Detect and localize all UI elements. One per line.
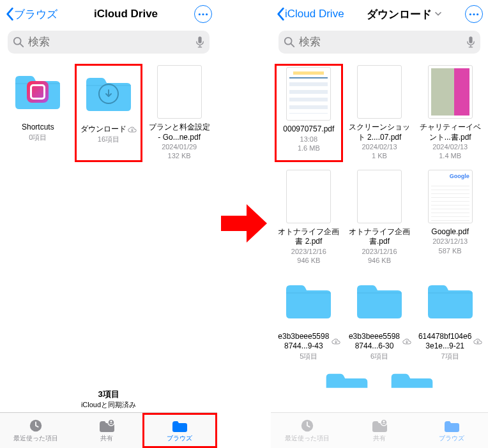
item-meta: 0項目 [29, 133, 47, 142]
item-meta: 6項目 [370, 352, 388, 361]
search-icon [13, 36, 24, 48]
shared-icon [371, 419, 388, 433]
file-item[interactable]: 614478bf104e63e1e...9-217項目 [416, 273, 484, 362]
back-label: ブラウズ [14, 7, 57, 22]
item-meta: 946 KB [368, 256, 391, 265]
item-meta: 7項目 [441, 352, 459, 361]
cloud-icon [332, 338, 340, 345]
file-item[interactable]: オトナライフ企画書 2.pdf2023/12/16946 KB [275, 168, 343, 267]
item-meta: 1.6 MB [298, 144, 320, 153]
item-meta: 132 KB [168, 151, 191, 160]
tab-recents[interactable]: 最近使った項目 [271, 413, 343, 448]
file-item[interactable]: スクリーンショット 2....07.pdf2024/02/131 KB [346, 64, 414, 162]
back-label: iCloud Drive [285, 8, 344, 20]
item-name: Google.pdf [431, 227, 469, 237]
search-bar[interactable] [8, 31, 210, 54]
item-meta: 587 KB [439, 246, 462, 255]
back-button[interactable]: ブラウズ [5, 7, 57, 22]
cloud-icon [473, 338, 482, 345]
item-name: e3b3beee55988744...9-43 [277, 332, 340, 352]
item-name: Shortcuts [22, 123, 54, 133]
tab-browse[interactable]: ブラウズ [416, 413, 488, 448]
cloud-icon [128, 126, 137, 133]
folder-icon [443, 419, 460, 433]
screen-icloud-drive: ブラウズ iCloud Drive Shortcuts0項目ダウンロード16項目… [0, 0, 217, 448]
search-input[interactable] [28, 36, 192, 49]
item-meta: 13:08 [300, 135, 318, 144]
item-meta: 2023/12/13 [432, 237, 468, 246]
item-name: 614478bf104e63e1e...9-21 [418, 332, 482, 352]
more-button[interactable] [465, 5, 483, 23]
search-icon [284, 36, 295, 48]
item-meta: 1.4 MB [439, 151, 461, 160]
shared-icon [98, 419, 115, 433]
arrow-icon [221, 204, 267, 243]
item-meta: 1 KB [372, 151, 387, 160]
item-meta: 946 KB [297, 256, 320, 265]
clock-icon [299, 419, 316, 433]
item-meta: 16項目 [98, 135, 119, 144]
file-item[interactable]: チャリティーイベント...書.pdf2024/02/131.4 MB [416, 64, 484, 162]
page-title: ダウンロード [367, 7, 432, 22]
tab-recents[interactable]: 最近使った項目 [0, 413, 71, 448]
item-name: e3b3beee55988744...6-30 [347, 332, 411, 352]
item-meta: 2023/12/16 [291, 247, 326, 256]
item-name: ダウンロード [80, 124, 137, 135]
file-item[interactable]: ダウンロード16項目 [75, 64, 143, 162]
cloud-icon [402, 338, 411, 345]
file-item[interactable]: Shortcuts0項目 [4, 64, 72, 162]
item-count: 3項目 [0, 389, 217, 400]
file-grid: Shortcuts0項目ダウンロード16項目プランと料金設定 - Go...ne… [0, 59, 217, 384]
item-name: チャリティーイベント...書.pdf [418, 123, 482, 142]
nav-bar: ブラウズ iCloud Drive [0, 0, 217, 28]
folder-icon[interactable] [389, 370, 435, 389]
tab-bar: 最近使った項目 共有 ブラウズ [271, 412, 488, 448]
chevron-down-icon[interactable] [434, 11, 442, 17]
item-meta: 2024/02/13 [432, 142, 468, 151]
screen-downloads: iCloud Drive ダウンロード 000970757.pdf13:081.… [271, 0, 488, 448]
item-name: プランと料金設定 - Go...ne.pdf [148, 123, 211, 142]
item-name: オトナライフ企画書 2.pdf [277, 227, 340, 247]
chevron-left-icon [276, 7, 285, 21]
clock-icon [27, 419, 44, 433]
sync-status: iCloudと同期済み [0, 400, 217, 410]
item-meta: 2024/02/13 [362, 142, 397, 151]
mic-icon[interactable] [195, 36, 204, 49]
nav-bar: iCloud Drive ダウンロード [271, 0, 488, 28]
file-item[interactable]: Google.pdf2023/12/13587 KB [416, 168, 484, 267]
file-item[interactable]: e3b3beee55988744...9-435項目 [275, 273, 343, 362]
search-input[interactable] [299, 36, 462, 49]
file-item[interactable]: e3b3beee55988744...6-306項目 [346, 273, 414, 362]
partial-row [275, 370, 484, 389]
back-button[interactable]: iCloud Drive [276, 7, 344, 21]
file-item[interactable]: オトナライフ企画書.pdf2023/12/16946 KB [346, 168, 414, 267]
more-icon [198, 13, 208, 16]
item-meta: 2024/01/29 [162, 142, 197, 151]
file-item[interactable]: プランと料金設定 - Go...ne.pdf2024/01/29132 KB [145, 64, 213, 162]
tab-bar: 最近使った項目 共有 ブラウズ [0, 412, 217, 448]
more-button[interactable] [194, 5, 212, 23]
tab-shared[interactable]: 共有 [343, 413, 415, 448]
item-name: 000970757.pdf [283, 124, 334, 135]
file-item[interactable]: 000970757.pdf13:081.6 MB [275, 64, 343, 162]
mic-icon[interactable] [466, 36, 475, 49]
item-name: オトナライフ企画書.pdf [347, 227, 411, 247]
more-icon [469, 13, 479, 16]
tab-shared[interactable]: 共有 [71, 413, 142, 448]
file-grid: 000970757.pdf13:081.6 MBスクリーンショット 2....0… [271, 59, 488, 412]
page-title: iCloud Drive [94, 8, 158, 20]
folder-icon[interactable] [324, 370, 370, 389]
folder-icon [171, 419, 188, 433]
chevron-left-icon [5, 7, 14, 21]
item-name: スクリーンショット 2....07.pdf [347, 123, 411, 142]
search-bar[interactable] [278, 31, 480, 54]
item-meta: 5項目 [300, 352, 317, 361]
item-meta: 2023/12/16 [362, 247, 397, 256]
footer-status: 3項目 iCloudと同期済み [0, 384, 217, 412]
tab-browse[interactable]: ブラウズ [142, 413, 217, 448]
